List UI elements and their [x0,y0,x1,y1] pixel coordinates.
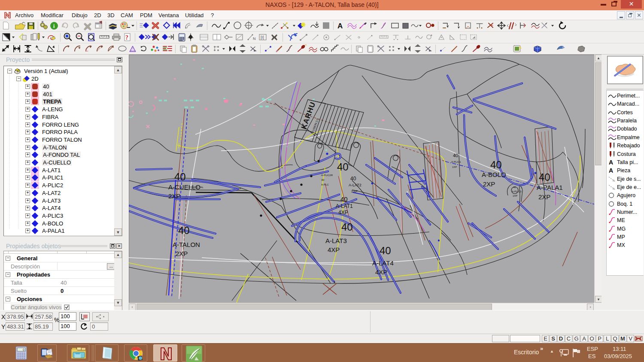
svg-text:?: ? [125,34,128,41]
svg-text:A-LAT3: A-LAT3 [325,237,347,244]
svg-text:A-LAT4: A-LAT4 [372,259,394,267]
svg-text:40: 40 [341,221,353,233]
svg-text:40: 40 [350,176,356,182]
svg-text:40: 40 [490,159,502,170]
svg-text:4XP: 4XP [338,210,348,216]
svg-text:4XP: 4XP [328,246,340,253]
svg-text:4XP: 4XP [375,268,387,276]
svg-text:2XP: 2XP [483,180,495,188]
svg-text:A-BOLO: A-BOLO [482,171,506,178]
svg-text:3D: 3D [321,179,325,181]
svg-text:40: 40 [380,245,391,256]
svg-text:A-PLIC2R: A-PLIC2R [321,174,333,176]
svg-text:A: A [337,22,343,30]
svg-text:40: 40 [513,186,516,189]
svg-text:2XP: 2XP [538,193,550,201]
svg-text:A-LAT1: A-LAT1 [336,203,353,209]
svg-text:40: 40 [539,171,550,183]
svg-text:2XP: 2XP [176,250,188,257]
svg-text:40: 40 [337,161,349,173]
svg-text:2XP: 2XP [168,192,180,200]
svg-text:A-PALA1: A-PALA1 [537,184,563,191]
svg-text:[I]: [I] [261,35,264,40]
svg-text:A-PLC: A-PLC [321,183,329,186]
svg-text:A-LAT2: A-LAT2 [349,183,361,187]
svg-text:0: 0 [23,348,24,351]
svg-text:A-PLIC3: A-PLIC3 [512,190,522,193]
svg-text:1XP: 1XP [452,166,457,168]
svg-text:40: 40 [174,171,186,183]
svg-text:FONDO TAL: FONDO TAL [189,186,204,189]
svg-text:40: 40 [178,225,190,236]
svg-text:40: 40 [340,195,348,203]
svg-text:N: N [253,37,256,41]
svg-text:1XP: 1XP [513,195,517,197]
svg-text:A-TALON: A-TALON [173,241,200,248]
svg-text:A-PLIC1: A-PLIC1 [451,161,461,163]
svg-text:2XP: 2XP [351,189,358,193]
svg-text:40: 40 [453,153,458,158]
